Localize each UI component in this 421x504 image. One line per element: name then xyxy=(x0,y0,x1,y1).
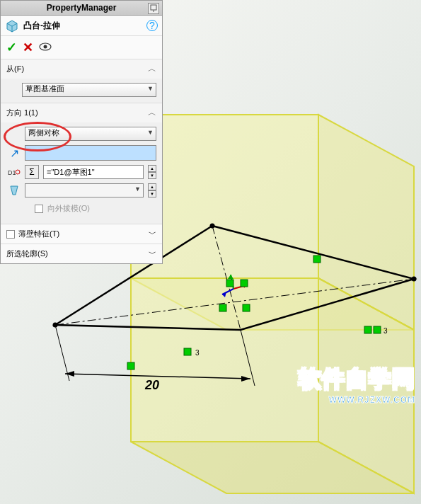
svg-text:D1: D1 xyxy=(8,169,16,176)
draft-icon[interactable] xyxy=(8,184,21,197)
draft-select[interactable] xyxy=(25,183,144,197)
watermark: 软件自学网 WWW.RJZXW.COM xyxy=(299,364,415,405)
preview-icon[interactable] xyxy=(39,42,52,53)
depth-formula-input[interactable]: ="D1@草图1" xyxy=(43,165,144,179)
pin-icon[interactable] xyxy=(148,3,159,14)
direction1-section: 方向 1(1) ︿ 两侧对称 ↗ D1 Σ ="D1@草图1" ▲▼ xyxy=(1,103,162,224)
svg-rect-22 xyxy=(127,362,134,370)
svg-text:3: 3 xyxy=(195,349,200,357)
svg-rect-21 xyxy=(184,348,191,355)
watermark-url: WWW.RJZXW.COM xyxy=(299,395,415,405)
chevron-up-icon: ︿ xyxy=(148,63,156,75)
panel-header: PropertyManager xyxy=(1,1,162,16)
chevron-down-icon: ﹀ xyxy=(149,229,156,239)
direction1-type-select[interactable]: 两侧对称 xyxy=(25,127,156,141)
selected-contours-section[interactable]: 所选轮廓(S) ﹀ xyxy=(1,244,162,263)
help-icon[interactable]: ? xyxy=(146,20,158,31)
cancel-button[interactable]: ✕ xyxy=(23,40,33,55)
svg-marker-3 xyxy=(131,278,318,442)
svg-rect-25 xyxy=(226,280,233,287)
svg-text:3: 3 xyxy=(383,327,388,335)
thin-feature-checkbox[interactable] xyxy=(6,230,15,239)
reverse-icon[interactable]: ↗ xyxy=(8,147,21,160)
svg-point-39 xyxy=(44,45,47,49)
feature-name: 凸台-拉伸 xyxy=(23,20,146,32)
svg-rect-24 xyxy=(243,304,250,311)
draft-outward-checkbox[interactable] xyxy=(35,205,43,213)
svg-rect-18 xyxy=(313,256,321,263)
chevron-up-icon: ︿ xyxy=(148,107,156,119)
direction-vector-input[interactable] xyxy=(25,145,156,161)
thin-feature-section[interactable]: 薄壁特征(T) ﹀ xyxy=(1,224,162,244)
action-row: ✓ ✕ xyxy=(1,36,162,59)
from-section: 从(F) ︿ 草图基准面 xyxy=(1,59,162,103)
from-select[interactable]: 草图基准面 xyxy=(22,83,156,97)
watermark-main: 软件自学网 xyxy=(299,364,415,395)
from-header[interactable]: 从(F) ︿ xyxy=(1,59,162,79)
property-manager-panel: PropertyManager 凸台-拉伸 ? ✓ ✕ 从(F) ︿ 草图基准面 xyxy=(0,0,163,264)
equation-icon[interactable]: Σ xyxy=(25,165,39,179)
extrude-icon xyxy=(5,18,19,33)
dimension-value: 20 xyxy=(144,378,159,392)
draft-spinner[interactable]: ▲▼ xyxy=(148,183,156,197)
depth-spinner[interactable]: ▲▼ xyxy=(148,165,156,179)
svg-line-29 xyxy=(55,325,69,381)
svg-rect-26 xyxy=(241,280,248,287)
feature-title-row: 凸台-拉伸 ? xyxy=(1,16,162,36)
svg-rect-20 xyxy=(374,326,381,333)
svg-rect-19 xyxy=(364,326,371,333)
svg-marker-32 xyxy=(65,371,74,377)
svg-point-41 xyxy=(16,170,20,174)
chevron-down-icon: ﹀ xyxy=(149,248,156,259)
draft-outward-label: 向外拔模(O) xyxy=(47,203,90,214)
svg-marker-42 xyxy=(11,186,18,195)
ok-button[interactable]: ✓ xyxy=(6,40,17,55)
panel-title: PropertyManager xyxy=(47,3,117,13)
depth-link-icon: D1 xyxy=(8,166,21,178)
direction1-header[interactable]: 方向 1(1) ︿ xyxy=(1,103,162,122)
svg-rect-23 xyxy=(219,304,226,311)
svg-rect-34 xyxy=(151,5,156,10)
